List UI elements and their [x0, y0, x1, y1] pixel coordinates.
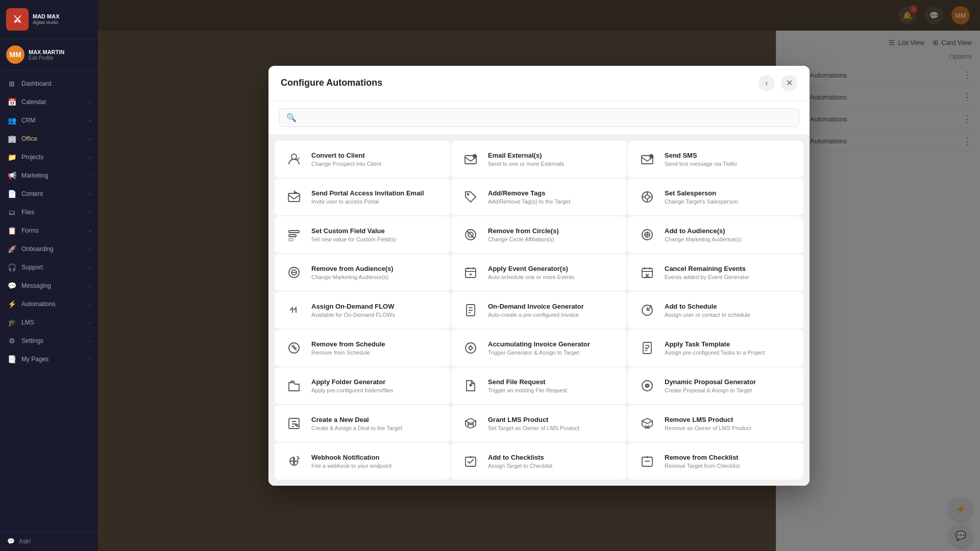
sidebar-item-projects[interactable]: 📁 Projects ›	[0, 148, 98, 166]
automation-item-set-salesperson[interactable]: Set Salesperson Change Target's Salesper…	[628, 179, 803, 215]
sidebar-item-forms[interactable]: 📋 Forms ›	[0, 221, 98, 240]
automation-item-grant-lms-product[interactable]: Grant LMS Product Set Target as Owner of…	[451, 405, 627, 442]
sidebar-item-crm[interactable]: 👥 CRM ›	[0, 111, 98, 130]
modal-close-button[interactable]: ✕	[781, 75, 797, 91]
sidebar-item-my-pages[interactable]: 📑 My Pages ›	[0, 350, 98, 368]
automation-item-remove-lms-product[interactable]: Remove LMS Product Remove as Owner of LM…	[628, 405, 803, 442]
sidebar-item-automations[interactable]: ⚡ Automations ›	[0, 295, 98, 313]
automation-item-webhook-notification[interactable]: Webhook Notification Fire a webhook to y…	[275, 443, 450, 480]
chevron-right-icon: ›	[89, 191, 91, 197]
search-input[interactable]	[302, 113, 792, 121]
automation-desc-add-to-checklists: Assign Target to Checklist	[488, 463, 618, 469]
automation-icon-cancel-remaining-events	[637, 262, 657, 283]
automation-item-add-to-schedule[interactable]: Add to Schedule Assign user or contact t…	[628, 292, 803, 329]
content-icon: 📄	[7, 189, 16, 198]
automation-desc-apply-task-template: Assign pre-configured Tasks to a Project	[665, 349, 794, 356]
sidebar-item-settings[interactable]: ⚙ Settings ›	[0, 332, 98, 350]
automation-item-apply-task-template[interactable]: Apply Task Template Assign pre-configure…	[628, 330, 803, 366]
automation-name-apply-task-template: Apply Task Template	[665, 340, 794, 348]
sidebar-user[interactable]: MM MAX MARTIN Edit Profile	[0, 39, 98, 70]
automation-item-apply-folder-generator[interactable]: Apply Folder Generator Apply pre-configu…	[275, 367, 450, 404]
automation-desc-apply-folder-generator: Apply pre-configured folders/files	[311, 387, 441, 393]
sidebar-item-messaging[interactable]: 💬 Messaging ›	[0, 277, 98, 295]
automation-item-cancel-remaining-events[interactable]: Cancel Remaining Events Events added by …	[628, 254, 803, 291]
sidebar-item-marketing[interactable]: 📢 Marketing ›	[0, 166, 98, 185]
sidebar-item-files[interactable]: 🗂 Files ›	[0, 203, 98, 221]
support-icon: 🎧	[7, 263, 16, 272]
automation-item-add-remove-tags[interactable]: Add/Remove Tags Add/Remove Tag(s) to the…	[451, 179, 627, 215]
automation-text-convert-to-client: Convert to Client Change Prospect into C…	[311, 152, 441, 167]
automations-icon: ⚡	[7, 299, 16, 309]
sidebar-item-label: Files	[21, 209, 34, 216]
user-edit-profile[interactable]: Edit Profile	[29, 55, 92, 61]
automation-icon-set-custom-field	[284, 224, 304, 245]
automation-item-remove-from-audiences[interactable]: Remove from Audience(s) Change Marketing…	[275, 254, 450, 291]
chevron-right-icon: ›	[89, 173, 91, 179]
automation-desc-remove-from-audiences: Change Marketing Audience(s)	[311, 274, 441, 280]
automation-item-on-demand-invoice[interactable]: On-Demand Invoice Generator Auto-create …	[451, 292, 627, 329]
modal-overlay[interactable]: Configure Automations ‹ ✕ 🔍 Convert to C…	[98, 0, 980, 551]
automation-item-send-portal-access[interactable]: Send Portal Access Invitation Email Invi…	[275, 179, 450, 215]
ask-button[interactable]: 💬 Ask!	[0, 531, 98, 551]
automation-item-convert-to-client[interactable]: Convert to Client Change Prospect into C…	[275, 141, 450, 178]
search-wrapper: 🔍	[279, 108, 799, 127]
automation-desc-cancel-remaining-events: Events added by Event Generator	[665, 274, 794, 280]
sidebar-item-lms[interactable]: 🎓 LMS ›	[0, 313, 98, 332]
sidebar-item-calendar[interactable]: 📅 Calendar ›	[0, 93, 98, 111]
automation-icon-webhook-notification	[284, 451, 304, 471]
chevron-right-icon: ›	[89, 338, 91, 344]
automation-item-add-to-checklists[interactable]: Add to Checklists Assign Target to Check…	[451, 443, 627, 480]
automation-text-create-new-deal: Create a New Deal Create & Assign a Deal…	[311, 416, 441, 431]
svg-rect-16	[289, 235, 296, 237]
automation-item-email-externals[interactable]: @ Email External(s) Send to one or more …	[451, 141, 627, 178]
sidebar-item-label: Forms	[21, 227, 39, 234]
chevron-right-icon: ›	[89, 136, 91, 142]
automation-desc-on-demand-invoice: Auto-create a pre-configured Invoice	[488, 312, 618, 318]
sidebar-item-label: Calendar	[21, 98, 46, 106]
automation-desc-webhook-notification: Fire a webhook to your endpoint	[311, 463, 441, 469]
svg-point-50	[646, 385, 648, 387]
automation-desc-send-portal-access: Invite user to access Portal	[311, 198, 441, 205]
sidebar-item-label: Support	[21, 264, 43, 271]
automation-name-send-file-request: Send File Request	[488, 378, 618, 386]
automation-item-accumulating-invoice[interactable]: Accumulating Invoice Generator Trigger G…	[451, 330, 627, 366]
sidebar-item-content[interactable]: 📄 Content ›	[0, 185, 98, 203]
automation-item-dynamic-proposal[interactable]: Dynamic Proposal Generator Create Propos…	[628, 367, 803, 404]
sidebar-item-support[interactable]: 🎧 Support ›	[0, 258, 98, 277]
svg-rect-60	[642, 457, 652, 466]
automation-icon-send-portal-access	[284, 187, 304, 207]
automation-item-apply-event-generator[interactable]: Apply Event Generator(s) Auto-schedule o…	[451, 254, 627, 291]
sidebar-item-dashboard[interactable]: ⊞ Dashboard	[0, 74, 98, 93]
automation-item-assign-on-demand-flow[interactable]: Assign On-Demand FLOW Available for On-D…	[275, 292, 450, 329]
automation-text-grant-lms-product: Grant LMS Product Set Target as Owner of…	[488, 416, 618, 431]
logo-icon: ⚔	[6, 8, 29, 31]
modal-header: Configure Automations ‹ ✕	[268, 66, 810, 101]
svg-point-8	[468, 193, 469, 195]
automation-name-add-to-checklists: Add to Checklists	[488, 454, 618, 461]
automation-desc-send-sms: Send text message via Twilio	[665, 161, 794, 167]
chevron-right-icon: ›	[89, 228, 91, 234]
automation-name-send-sms: Send SMS	[665, 152, 794, 159]
automation-item-send-file-request[interactable]: Send File Request Trigger an existing Fi…	[451, 367, 627, 404]
automation-icon-apply-task-template	[637, 338, 657, 358]
svg-point-49	[642, 381, 652, 391]
automation-item-add-to-audiences[interactable]: Add to Audience(s) Change Marketing Audi…	[628, 216, 803, 253]
automation-item-remove-from-circle[interactable]: Remove from Circle(s) Change Circle Affi…	[451, 216, 627, 253]
automation-text-remove-lms-product: Remove LMS Product Remove as Owner of LM…	[665, 416, 794, 431]
automation-icon-remove-from-schedule	[284, 338, 304, 358]
automation-name-email-externals: Email External(s)	[488, 152, 618, 159]
automation-item-send-sms[interactable]: @ Send SMS Send text message via Twilio	[628, 141, 803, 178]
automation-desc-dynamic-proposal: Create Proposal & Assign to Target	[665, 387, 794, 393]
automation-item-remove-from-checklist[interactable]: Remove from Checklist Remove Target from…	[628, 443, 803, 480]
svg-point-0	[291, 154, 297, 159]
sidebar-item-onboarding[interactable]: 🚀 Onboarding ›	[0, 240, 98, 258]
modal-back-button[interactable]: ‹	[758, 75, 775, 91]
automation-item-set-custom-field[interactable]: Set Custom Field Value Set new value for…	[275, 216, 450, 253]
sidebar-item-label: Projects	[21, 154, 43, 161]
sidebar-item-office[interactable]: 🏢 Office ›	[0, 130, 98, 148]
chevron-right-icon: ›	[89, 265, 91, 270]
automation-name-on-demand-invoice: On-Demand Invoice Generator	[488, 303, 618, 310]
automation-text-add-remove-tags: Add/Remove Tags Add/Remove Tag(s) to the…	[488, 189, 618, 205]
automation-item-remove-from-schedule[interactable]: Remove from Schedule Remove from Schedul…	[275, 330, 450, 366]
automation-item-create-new-deal[interactable]: Create a New Deal Create & Assign a Deal…	[275, 405, 450, 442]
